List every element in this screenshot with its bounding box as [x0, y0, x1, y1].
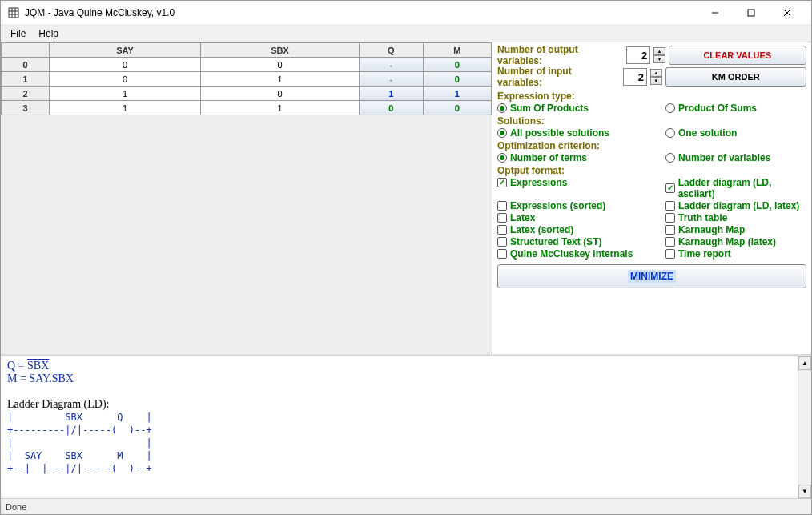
output-scrollbar[interactable]: ▲ ▼ [798, 356, 811, 498]
truth-table[interactable]: SAY SBX Q M 0 0 0 - 0 1 0 1 - [1, 42, 492, 115]
radio-num-vars[interactable] [665, 153, 675, 163]
cell-sbx[interactable]: 0 [201, 58, 360, 72]
radio-num-terms-label: Number of terms [510, 152, 587, 163]
radio-all-solutions-label: All possible solutions [510, 127, 609, 139]
check-time-report[interactable] [665, 249, 675, 259]
radio-num-vars-label: Number of variables [678, 152, 770, 163]
menu-help[interactable]: Help [32, 26, 65, 41]
col-header-m: M [423, 43, 491, 58]
cell-say[interactable]: 0 [50, 58, 201, 72]
num-output-spinner[interactable]: ▲▼ [653, 47, 665, 63]
cell-say[interactable]: 1 [50, 87, 201, 101]
cell-sbx[interactable]: 1 [201, 101, 360, 115]
truth-table-panel: SAY SBX Q M 0 0 0 - 0 1 0 1 - [1, 42, 492, 354]
num-input-spinner[interactable]: ▲▼ [650, 69, 662, 85]
check-expressions[interactable] [497, 178, 507, 187]
table-row: 3 1 1 0 0 [2, 101, 492, 115]
radio-one-solution-label: One solution [678, 127, 737, 139]
check-structured-text[interactable] [497, 237, 507, 247]
opt-criterion-label: Optimization criterion: [497, 140, 806, 151]
num-output-input[interactable] [626, 46, 650, 64]
radio-num-terms[interactable] [497, 153, 507, 163]
cell-q[interactable]: - [359, 58, 423, 72]
svg-rect-1 [748, 10, 754, 16]
statusbar: Done [1, 498, 811, 514]
radio-all-solutions[interactable] [497, 128, 507, 138]
output-area: Q = SBX M = SAY.SBX Ladder Diagram (LD):… [1, 354, 811, 498]
clear-values-button[interactable]: CLEAR VALUES [669, 46, 806, 65]
table-row: 0 0 0 - 0 [2, 58, 492, 72]
row-idx: 1 [2, 72, 50, 87]
check-qmc-internals-label: Quine McCluskey internals [510, 248, 633, 260]
cell-q[interactable]: - [359, 72, 423, 87]
radio-sum-products[interactable] [497, 103, 507, 113]
cell-sbx[interactable]: 1 [201, 72, 360, 87]
check-karnaugh[interactable] [665, 225, 675, 235]
col-header-say: SAY [50, 43, 201, 58]
scroll-up-icon[interactable]: ▲ [798, 356, 811, 370]
check-ladder-latex[interactable] [665, 201, 675, 211]
col-header-sbx: SBX [201, 43, 360, 58]
radio-product-sums[interactable] [665, 103, 675, 113]
col-header-idx [2, 43, 50, 58]
cell-m[interactable]: 0 [423, 72, 491, 87]
controls-panel: Number of output variables: ▲▼ CLEAR VAL… [492, 42, 811, 354]
check-ladder-latex-label: Ladder diagram (LD, latex) [678, 200, 799, 211]
check-karnaugh-label: Karnaugh Map [678, 224, 745, 235]
cell-q[interactable]: 0 [359, 101, 423, 115]
minimize-window-button[interactable] [697, 1, 733, 24]
check-expressions-label: Expressions [510, 177, 567, 188]
check-time-report-label: Time report [678, 248, 731, 260]
check-expressions-sorted[interactable] [497, 201, 507, 211]
scroll-track[interactable] [798, 370, 811, 485]
num-output-label: Number of output variables: [497, 44, 620, 66]
expression-type-label: Expression type: [497, 91, 806, 102]
num-input-input[interactable] [623, 68, 647, 86]
row-idx: 2 [2, 87, 50, 101]
check-ladder-ascii[interactable] [665, 183, 675, 193]
km-order-button[interactable]: KM ORDER [665, 67, 806, 87]
status-text: Done [6, 502, 26, 512]
radio-sum-products-label: Sum Of Products [510, 103, 589, 114]
cell-m[interactable]: 0 [423, 101, 491, 115]
check-truth-table[interactable] [665, 213, 675, 223]
col-header-q: Q [359, 43, 423, 58]
minimize-button[interactable]: MINIMIZE [497, 264, 806, 288]
check-structured-text-label: Structured Text (ST) [510, 236, 601, 247]
scroll-down-icon[interactable]: ▼ [798, 485, 811, 498]
check-karnaugh-latex-label: Karnaugh Map (latex) [678, 236, 776, 247]
solutions-label: Solutions: [497, 115, 806, 127]
close-window-button[interactable] [769, 1, 805, 24]
window-title: JQM - Java Quine McCluskey, v1.0 [25, 7, 697, 18]
titlebar: JQM - Java Quine McCluskey, v1.0 [1, 1, 811, 25]
menu-file[interactable]: File [4, 26, 32, 41]
cell-m[interactable]: 0 [423, 58, 491, 72]
menubar: File Help [1, 25, 811, 42]
cell-m[interactable]: 1 [423, 87, 491, 101]
check-qmc-internals[interactable] [497, 249, 507, 259]
minimize-button-label: MINIMIZE [628, 270, 676, 283]
check-latex-label: Latex [510, 212, 535, 223]
radio-product-sums-label: Product Of Sums [678, 103, 757, 114]
check-expressions-sorted-label: Expressions (sorted) [510, 200, 605, 211]
row-idx: 3 [2, 101, 50, 115]
output-format-label: Optput format: [497, 165, 806, 176]
table-empty-area [1, 115, 492, 354]
check-truth-table-label: Truth table [678, 212, 727, 223]
app-icon [7, 6, 20, 19]
radio-one-solution[interactable] [665, 128, 675, 138]
cell-say[interactable]: 1 [50, 101, 201, 115]
table-row: 1 0 1 - 0 [2, 72, 492, 87]
check-latex-sorted-label: Latex (sorted) [510, 224, 573, 235]
check-ladder-ascii-label: Ladder diagram (LD, asciiart) [678, 177, 806, 199]
check-latex[interactable] [497, 213, 507, 223]
check-karnaugh-latex[interactable] [665, 237, 675, 247]
output-text[interactable]: Q = SBX M = SAY.SBX Ladder Diagram (LD):… [1, 356, 798, 498]
cell-sbx[interactable]: 0 [201, 87, 360, 101]
num-input-label: Number of input variables: [497, 66, 617, 88]
check-latex-sorted[interactable] [497, 225, 507, 235]
table-row: 2 1 0 1 1 [2, 87, 492, 101]
cell-say[interactable]: 0 [50, 72, 201, 87]
cell-q[interactable]: 1 [359, 87, 423, 101]
maximize-window-button[interactable] [733, 1, 769, 24]
